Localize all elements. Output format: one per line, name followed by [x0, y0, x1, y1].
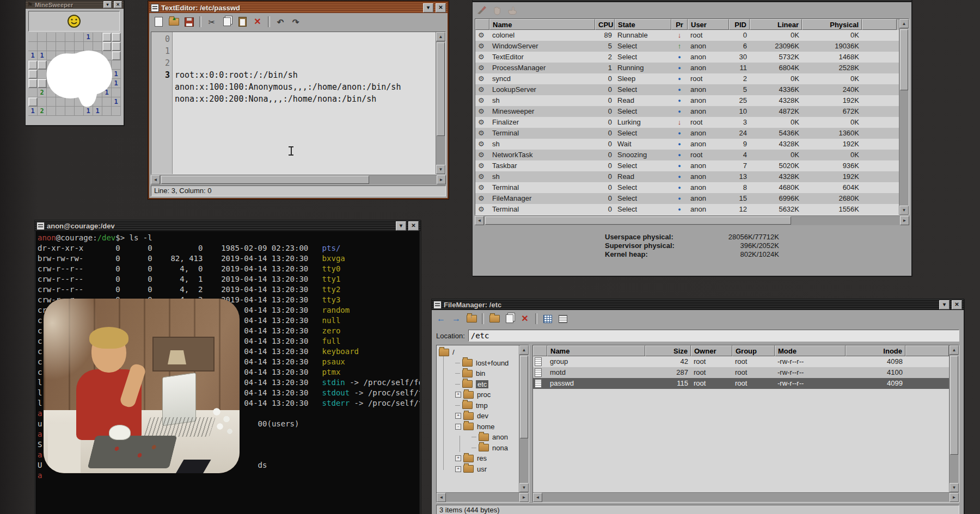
tree-item-home[interactable]: -home	[439, 422, 519, 432]
save-button[interactable]	[182, 16, 195, 28]
mine-cell[interactable]: 1	[84, 33, 93, 42]
mine-cell[interactable]	[28, 79, 38, 88]
column-header[interactable]	[905, 345, 949, 356]
tree-item-dev[interactable]: +dev	[439, 411, 519, 422]
scroll-left-button[interactable]: ◄	[151, 175, 160, 184]
process-row[interactable]: ⚙NetworkTask0Snoozing●root40K0K	[475, 150, 899, 160]
expand-icon[interactable]: +	[455, 392, 461, 398]
mine-cell[interactable]	[28, 88, 38, 97]
mine-cell[interactable]	[28, 33, 38, 42]
column-header[interactable]: PID	[729, 19, 750, 30]
minimize-button[interactable]: ▾	[423, 3, 433, 13]
mine-cell[interactable]	[75, 33, 84, 42]
scroll-right-button[interactable]: ►	[437, 175, 446, 184]
delete-button[interactable]: ✕	[251, 16, 264, 28]
column-header[interactable]: Group	[732, 345, 775, 356]
scroll-down-button[interactable]: ▼	[950, 483, 959, 492]
scrollbar-thumb[interactable]	[950, 356, 958, 455]
scrollbar-thumb[interactable]	[485, 216, 791, 225]
process-table-horizontal-scrollbar[interactable]: ◄ ►	[475, 215, 909, 225]
process-row[interactable]: ⚙Terminal0Select●anon245436K1360K	[475, 128, 899, 139]
redo-button[interactable]: ↷	[289, 16, 302, 28]
close-button[interactable]: ✕	[436, 3, 446, 13]
file-list-vertical-scrollbar[interactable]: ▲ ▼	[949, 345, 959, 492]
process-table-vertical-scrollbar[interactable]: ▲ ▼	[899, 19, 909, 215]
process-row[interactable]: ⚙Terminal0Select●anon84680K604K	[475, 182, 899, 193]
filemanager-titlebar[interactable]: FileManager: /etc ▾ ✕	[432, 299, 964, 310]
editor-horizontal-scrollbar[interactable]: ◄ ►	[151, 175, 446, 184]
column-header[interactable]: User	[688, 19, 729, 30]
tree-item-anon[interactable]: anon	[439, 432, 519, 443]
file-row-passwd[interactable]: passwd115rootroot-rw-r--r--4099	[533, 378, 949, 389]
scroll-left-button[interactable]: ◄	[475, 216, 484, 225]
new-folder-button[interactable]	[488, 313, 501, 325]
process-row[interactable]: ⚙sh0Wait●anon94328K192K	[475, 139, 899, 150]
column-header[interactable]: Size	[645, 345, 691, 356]
back-button[interactable]: ←	[434, 313, 448, 325]
tree-horizontal-scrollbar[interactable]: ◄ ►	[437, 492, 529, 502]
minesweeper-titlebar[interactable]: ⚑ MineSweeper ▾ ✕	[26, 1, 124, 9]
process-row[interactable]: ⚙Finalizer0Lurking↓root30K0K	[475, 117, 899, 128]
file-row-motd[interactable]: motd287rootroot-rw-r--r--4100	[533, 367, 949, 378]
process-row[interactable]: ⚙colonel89Runnable↓root00K0K	[475, 30, 899, 41]
tree-item-bin[interactable]: bin	[439, 368, 519, 379]
minimize-button[interactable]: ▾	[103, 1, 112, 8]
column-header[interactable]: State	[615, 19, 671, 30]
close-button[interactable]: ✕	[952, 300, 962, 309]
scrollbar-thumb[interactable]	[161, 176, 369, 184]
terminal-titlebar[interactable]: anon@courage:/dev ▾ ✕	[35, 220, 420, 231]
undo-button[interactable]: ↶	[274, 16, 287, 28]
mine-cell[interactable]	[28, 60, 38, 70]
column-header[interactable]: Name	[547, 345, 645, 356]
scroll-down-button[interactable]: ▼	[519, 483, 529, 492]
mine-cell[interactable]	[56, 33, 65, 42]
mine-cell[interactable]	[38, 33, 47, 42]
copy-button[interactable]	[503, 313, 516, 325]
open-file-button[interactable]: ▲	[167, 16, 180, 28]
scroll-up-button[interactable]: ▲	[950, 345, 959, 355]
scroll-right-button[interactable]: ►	[900, 216, 909, 225]
mine-cell[interactable]	[65, 33, 75, 42]
location-input[interactable]	[468, 330, 959, 342]
column-header[interactable]: Pr	[671, 19, 688, 30]
scroll-right-button[interactable]: ►	[519, 493, 529, 502]
process-row[interactable]: ⚙Terminal0Select●anon125632K1556K	[475, 204, 899, 215]
scroll-left-button[interactable]: ◄	[533, 493, 542, 502]
stop-process-button[interactable]	[491, 4, 504, 16]
column-header[interactable]	[862, 19, 897, 30]
smiley-button[interactable]	[67, 14, 81, 28]
mine-cell[interactable]	[102, 33, 112, 42]
tree-item-tmp[interactable]: tmp	[439, 400, 519, 411]
editor-vertical-scrollbar[interactable]: ▲ ▼	[436, 32, 445, 174]
column-header[interactable]: Inode	[846, 345, 905, 356]
process-row[interactable]: ⚙Minesweeper0Select●anon104872K672K	[475, 106, 899, 117]
cut-button[interactable]: ✂	[205, 16, 218, 28]
column-header[interactable]	[533, 345, 547, 356]
scroll-up-button[interactable]: ▲	[899, 19, 909, 28]
column-header[interactable]: Physical	[802, 19, 862, 30]
mine-cell[interactable]	[93, 33, 102, 42]
process-row[interactable]: ⚙sh0Read●anon254328K192K	[475, 95, 899, 106]
scrollbar-thumb[interactable]	[900, 29, 908, 90]
scroll-up-button[interactable]: ▲	[436, 32, 445, 41]
tree-item-res[interactable]: +res	[439, 453, 519, 464]
close-button[interactable]: ✕	[114, 1, 122, 8]
column-header[interactable]: Name	[489, 19, 595, 30]
editor-text-area[interactable]: root:x:0:0:root:/:/bin/shanon:x:100:100:…	[173, 32, 436, 174]
scroll-left-button[interactable]: ◄	[437, 493, 446, 502]
file-list-horizontal-scrollbar[interactable]: ◄ ►	[533, 492, 959, 502]
delete-button[interactable]: ✕	[518, 313, 531, 325]
mine-cell[interactable]: 1	[28, 107, 38, 116]
scrollbar-thumb[interactable]	[520, 356, 528, 438]
paste-button[interactable]	[236, 16, 249, 28]
grid-view-button[interactable]	[541, 313, 554, 325]
tree-item-etc[interactable]: etc	[439, 379, 519, 390]
mine-cell[interactable]	[28, 70, 38, 79]
up-directory-button[interactable]: ↑	[465, 313, 478, 325]
scroll-up-button[interactable]: ▲	[519, 345, 529, 355]
process-row[interactable]: ⚙LookupServer0Select●anon54336K240K	[475, 84, 899, 95]
mine-cell[interactable]	[28, 97, 38, 107]
column-header[interactable]: Mode	[775, 345, 846, 356]
collapse-icon[interactable]: -	[455, 424, 461, 430]
process-row[interactable]: ⚙Taskbar0Select●anon75020K936K	[475, 160, 899, 171]
